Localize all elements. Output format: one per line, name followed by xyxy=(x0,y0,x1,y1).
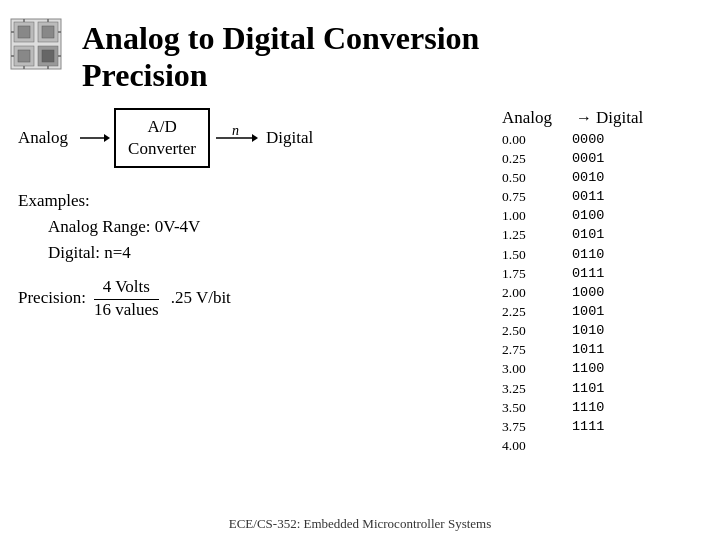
table-row: 0110 xyxy=(572,245,652,264)
table-digital-header: Digital xyxy=(596,108,643,128)
table-row: 0.50 xyxy=(502,168,572,187)
table-row: 1011 xyxy=(572,340,652,359)
arrow-from-adc: n xyxy=(214,125,258,151)
table-row: 3.25 xyxy=(502,379,572,398)
table-row: 2.00 xyxy=(502,283,572,302)
table-row: 0.00 xyxy=(502,130,572,149)
digital-bits: Digital: n=4 xyxy=(48,240,472,266)
table-row: 0.75 xyxy=(502,187,572,206)
svg-marker-20 xyxy=(252,134,258,142)
table-row: 1.75 xyxy=(502,264,572,283)
precision-result: .25 V/bit xyxy=(171,288,231,308)
page-title: Analog to Digital Conversion Precision xyxy=(82,20,479,94)
svg-marker-18 xyxy=(104,134,110,142)
digital-label: Digital xyxy=(266,128,313,148)
table-row: 2.75 xyxy=(502,340,572,359)
table-row: 0100 xyxy=(572,206,652,225)
analog-label: Analog xyxy=(18,128,68,148)
table-row: 0.25 xyxy=(502,149,572,168)
table-row: 1110 xyxy=(572,398,652,417)
table-row: 3.00 xyxy=(502,359,572,378)
svg-text:n: n xyxy=(232,125,239,138)
footer-text: ECE/CS-352: Embedded Microcontroller Sys… xyxy=(0,516,720,532)
conversion-table-panel: Analog → Digital 0.000.250.500.751.001.2… xyxy=(502,108,702,456)
table-arrow: → xyxy=(576,109,592,127)
table-row: 1000 xyxy=(572,283,652,302)
table-row: 0001 xyxy=(572,149,652,168)
arrow-to-adc xyxy=(78,129,110,147)
precision-fraction: 4 Volts 16 values xyxy=(94,277,159,320)
adc-block: A/D Converter xyxy=(114,108,210,168)
logo-icon xyxy=(10,18,62,70)
table-row: 1010 xyxy=(572,321,652,340)
table-row: 1.00 xyxy=(502,206,572,225)
table-row: 1101 xyxy=(572,379,652,398)
table-row: 1.50 xyxy=(502,245,572,264)
conversion-table: 0.000.250.500.751.001.251.501.752.002.25… xyxy=(502,130,702,456)
analog-range: Analog Range: 0V-4V xyxy=(48,214,472,240)
table-row: 1111 xyxy=(572,417,652,436)
table-row: 0111 xyxy=(572,264,652,283)
table-analog-header: Analog xyxy=(502,108,572,128)
table-row: 2.25 xyxy=(502,302,572,321)
table-row: 0011 xyxy=(572,187,652,206)
svg-rect-7 xyxy=(18,50,30,62)
table-row: 2.50 xyxy=(502,321,572,340)
examples-label: Examples: xyxy=(18,188,472,214)
table-row: 1001 xyxy=(572,302,652,321)
table-row: 0010 xyxy=(572,168,652,187)
svg-rect-5 xyxy=(18,26,30,38)
table-row: 3.75 xyxy=(502,417,572,436)
table-row: 3.50 xyxy=(502,398,572,417)
table-row: 1.25 xyxy=(502,225,572,244)
svg-rect-8 xyxy=(42,50,54,62)
table-row: 0000 xyxy=(572,130,652,149)
table-row: 0101 xyxy=(572,225,652,244)
table-row: 4.00 xyxy=(502,436,572,455)
table-row: 1100 xyxy=(572,359,652,378)
precision-label: Precision: xyxy=(18,288,86,308)
svg-rect-6 xyxy=(42,26,54,38)
